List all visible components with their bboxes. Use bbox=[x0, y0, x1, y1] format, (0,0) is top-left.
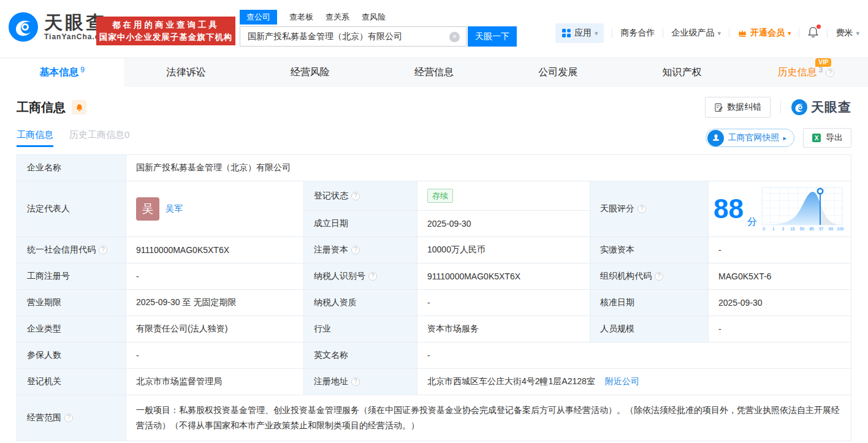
question-icon[interactable]: ? bbox=[368, 272, 377, 281]
nav-enterprise-products[interactable]: 企业级产品 ▾ bbox=[671, 28, 721, 39]
export-button[interactable]: X 导出 bbox=[803, 128, 851, 148]
vip-badge: VIP bbox=[815, 58, 831, 67]
question-icon[interactable]: ? bbox=[99, 246, 107, 254]
question-icon[interactable]: ? bbox=[351, 192, 360, 200]
paid-capital-value: - bbox=[709, 237, 851, 263]
field-label: 纳税人识别号? bbox=[304, 263, 417, 290]
subtab-business-info[interactable]: 工商信息 bbox=[17, 129, 53, 147]
export-label: 导出 bbox=[826, 132, 843, 143]
username: 费米 bbox=[836, 28, 853, 39]
nav-cooperation[interactable]: 商务合作 bbox=[620, 28, 655, 39]
svg-text:99: 99 bbox=[829, 227, 834, 231]
chevron-down-icon: ▾ bbox=[788, 29, 791, 37]
business-info-table: 企业名称 国新产投私募基金管理（北京）有限公司 法定代表人 吴 吴军 登记状态?… bbox=[17, 154, 851, 441]
org-code-value: MAG0K5XT-6 bbox=[709, 263, 851, 290]
field-label: 成立日期 bbox=[304, 211, 417, 237]
table-row: 法定代表人 吴 吴军 登记状态? 存续 天眼评分? bbox=[17, 181, 851, 211]
field-label: 统一社会信用代码? bbox=[17, 237, 126, 263]
question-icon[interactable]: ? bbox=[826, 69, 834, 77]
divider bbox=[827, 29, 828, 37]
business-scope-value: 一般项目：私募股权投资基金管理、创业投资基金管理服务（须在中国证券投资基金业协会… bbox=[136, 403, 841, 433]
field-label: 实缴资本 bbox=[590, 237, 709, 263]
taxpayer-qual-value: - bbox=[417, 290, 590, 316]
company-tabs: 基本信息 9 法律诉讼 经营风险 经营信息 公司发展 知识产权 历史信息 VIP… bbox=[0, 58, 868, 87]
reg-status-value: 存续 bbox=[417, 181, 590, 211]
approval-date-value: 2025-09-30 bbox=[709, 290, 851, 316]
tab-count-badge: 3 bbox=[818, 66, 823, 74]
reg-authority-value: 北京市市场监督管理局 bbox=[126, 369, 304, 395]
search-tab-relation[interactable]: 查关系 bbox=[326, 10, 349, 25]
search-tabs: 查公司 查老板 查关系 查风险 bbox=[240, 10, 517, 25]
crown-icon bbox=[737, 28, 747, 38]
question-icon[interactable]: ? bbox=[64, 414, 73, 422]
section-header: 工商信息 数据纠错 天眼查 bbox=[17, 94, 851, 120]
reg-address-cell: 北京市西城区车公庄大街4号2幢1层A2128室 附近公司 bbox=[417, 369, 851, 395]
legal-rep-link[interactable]: 吴军 bbox=[166, 203, 183, 214]
tab-operation-info[interactable]: 经营信息 bbox=[372, 58, 496, 87]
svg-text:3: 3 bbox=[782, 227, 784, 231]
search-button[interactable]: 天眼一下 bbox=[468, 26, 517, 47]
english-name-value: - bbox=[417, 343, 851, 369]
search-tab-company[interactable]: 查公司 bbox=[240, 10, 277, 25]
notifications-bell[interactable] bbox=[807, 26, 819, 40]
field-label: 核准日期 bbox=[590, 290, 709, 316]
field-label: 注册地址? bbox=[304, 369, 417, 395]
question-icon[interactable]: ? bbox=[351, 377, 360, 386]
tab-count-badge: 9 bbox=[80, 66, 85, 74]
user-menu[interactable]: 费米 ▾ bbox=[836, 28, 859, 39]
svg-text:100: 100 bbox=[837, 227, 843, 231]
official-snapshot-button[interactable]: 工商官网快照 ▸ bbox=[706, 129, 794, 147]
field-label: 行业 bbox=[304, 316, 417, 343]
svg-text:15: 15 bbox=[790, 227, 795, 231]
est-date-value: 2025-09-30 bbox=[417, 211, 590, 237]
insured-count-value: - bbox=[126, 343, 304, 369]
arrow-right-icon: ▸ bbox=[783, 134, 786, 142]
search-input[interactable] bbox=[240, 27, 466, 46]
field-label: 登记机关 bbox=[17, 369, 126, 395]
clear-icon[interactable]: × bbox=[449, 32, 460, 42]
staff-size-value: - bbox=[709, 316, 851, 343]
search-block: 查公司 查老板 查关系 查风险 × 天眼一下 bbox=[240, 10, 517, 47]
table-row: 登记机关 北京市市场监督管理局 注册地址? 北京市西城区车公庄大街4号2幢1层A… bbox=[17, 369, 851, 395]
tab-operation-risk[interactable]: 经营风险 bbox=[248, 58, 372, 87]
avatar[interactable]: 吴 bbox=[136, 197, 159, 221]
question-icon[interactable]: ? bbox=[655, 272, 663, 281]
field-label: 企业类型 bbox=[17, 316, 126, 343]
subscribe-bell-chip[interactable] bbox=[72, 100, 86, 115]
table-row: 工商注册号 - 纳税人识别号? 91110000MAG0K5XT6X 组织机构代… bbox=[17, 263, 851, 290]
field-label: 参保人数 bbox=[17, 343, 126, 369]
search-tab-risk[interactable]: 查风险 bbox=[362, 10, 386, 25]
apps-menu[interactable]: 应用 ▾ bbox=[555, 23, 604, 43]
apps-label: 应用 bbox=[574, 28, 592, 39]
nearby-companies-link[interactable]: 附近公司 bbox=[605, 376, 639, 386]
field-label: 营业期限 bbox=[17, 290, 126, 316]
search-tab-boss[interactable]: 查老板 bbox=[289, 10, 313, 25]
tab-legal-proceedings[interactable]: 法律诉讼 bbox=[124, 58, 248, 87]
score-unit: 分 bbox=[747, 216, 757, 229]
question-icon[interactable]: ? bbox=[351, 246, 360, 254]
tab-company-development[interactable]: 公司发展 bbox=[496, 58, 620, 87]
field-label: 注册资本? bbox=[304, 237, 417, 263]
subtab-history-business-info[interactable]: 历史工商信息0 bbox=[69, 129, 129, 147]
slogan-line1: 都在用的商业查询工具 bbox=[112, 20, 219, 31]
table-row: 参保人数 - 英文名称 - bbox=[17, 343, 851, 369]
field-label: 工商注册号 bbox=[17, 263, 126, 290]
svg-text:X: X bbox=[815, 135, 819, 142]
open-vip-button[interactable]: 开通会员 ▾ bbox=[737, 28, 791, 39]
chevron-down-icon: ▾ bbox=[717, 29, 721, 37]
field-label: 法定代表人 bbox=[17, 181, 126, 237]
score-value: 88 bbox=[714, 195, 744, 222]
notification-dot bbox=[817, 25, 821, 29]
top-nav: 应用 ▾ 商务合作 企业级产品 ▾ 开通会员 ▾ bbox=[555, 23, 859, 43]
question-icon[interactable]: ? bbox=[638, 205, 646, 213]
tianyancha-logo-icon bbox=[791, 99, 808, 116]
tab-intellectual-property[interactable]: 知识产权 bbox=[620, 58, 744, 87]
reg-number-value: - bbox=[126, 263, 304, 290]
chevron-down-icon: ▾ bbox=[595, 29, 598, 37]
tab-history-info[interactable]: 历史信息 VIP 3 ? bbox=[744, 58, 868, 87]
data-correction-button[interactable]: 数据纠错 bbox=[705, 97, 771, 118]
status-badge: 存续 bbox=[427, 189, 453, 203]
tab-basic-info[interactable]: 基本信息 9 bbox=[0, 58, 124, 87]
page-header: 天眼查 TianYanCha.com 都在用的商业查询工具 国家中小企业发展子基… bbox=[0, 0, 868, 58]
score-distribution-chart: 0 1 3 15 50 85 97 99 100 bbox=[761, 186, 844, 232]
